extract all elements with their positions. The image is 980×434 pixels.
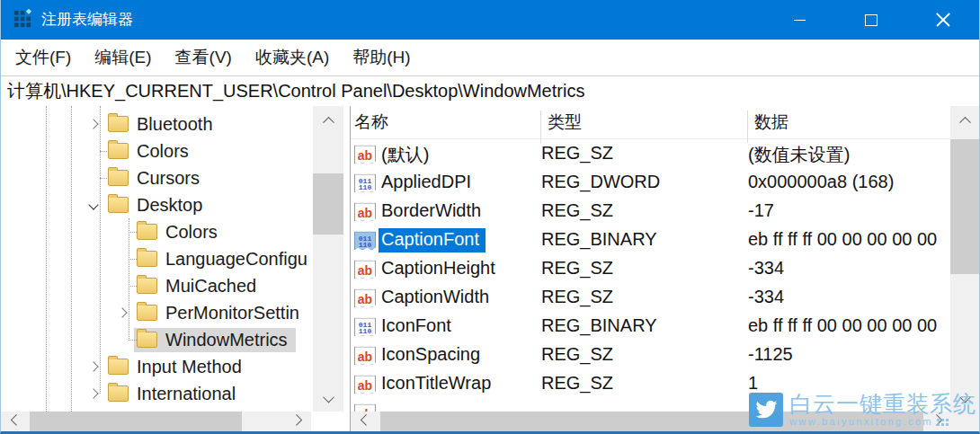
scrollbar-thumb[interactable] bbox=[313, 173, 343, 235]
folder-icon bbox=[137, 224, 157, 240]
list-vertical-scrollbar[interactable] bbox=[950, 106, 980, 412]
value-row-captionfont[interactable]: 011110 CaptionFont REG_BINARY eb ff ff f… bbox=[351, 226, 950, 255]
watermark-title: 白云一键重装系统 bbox=[789, 392, 976, 415]
scroll-left-icon[interactable] bbox=[1, 412, 30, 431]
tree-item-desktop[interactable]: Desktop bbox=[1, 191, 351, 218]
window-title: 注册表编辑器 bbox=[41, 0, 133, 40]
chevron-right-icon[interactable] bbox=[85, 111, 102, 137]
folder-icon bbox=[108, 385, 129, 402]
value-name[interactable]: IconFont bbox=[381, 315, 451, 336]
chevron-right-icon[interactable] bbox=[85, 380, 102, 407]
column-divider[interactable] bbox=[540, 111, 541, 143]
tree-item-windowmetrics[interactable]: WindowMetrics bbox=[1, 326, 351, 353]
tree-item-label: Cursors bbox=[137, 168, 200, 189]
tree-item-cursors[interactable]: Cursors bbox=[1, 164, 351, 191]
scrollbar-thumb[interactable] bbox=[30, 412, 242, 431]
column-divider[interactable] bbox=[747, 111, 748, 143]
column-header-data[interactable]: 数据 bbox=[754, 111, 788, 134]
value-name[interactable]: IconSpacing bbox=[381, 344, 480, 365]
tree-item-desktop-colors[interactable]: Colors bbox=[1, 218, 351, 245]
value-name[interactable]: CaptionWidth bbox=[381, 287, 489, 307]
folder-icon bbox=[108, 359, 129, 375]
tree-item-colors[interactable]: Colors bbox=[1, 137, 351, 164]
value-data: eb ff ff ff 00 00 00 00 00 bbox=[748, 229, 937, 250]
string-value-icon: ab bbox=[354, 203, 376, 222]
tree-connector bbox=[129, 232, 137, 233]
registry-editor-window: 注册表编辑器 文件(F) 编辑(E) 查看(V) 收藏夹(A) 帮助(H) 计算… bbox=[0, 0, 980, 434]
twitter-bird-icon bbox=[749, 393, 783, 427]
value-name[interactable]: (默认) bbox=[381, 143, 429, 167]
tree-item-bluetooth[interactable]: Bluetooth bbox=[1, 111, 351, 137]
string-value-icon: ab bbox=[354, 146, 376, 164]
value-row-iconspacing[interactable]: ab IconSpacing REG_SZ -1125 bbox=[351, 341, 950, 370]
column-header-type[interactable]: 类型 bbox=[548, 111, 582, 134]
tree-connector bbox=[129, 259, 137, 260]
folder-icon bbox=[137, 278, 157, 294]
value-name[interactable]: CaptionFont bbox=[379, 228, 486, 252]
maximize-button[interactable] bbox=[835, 0, 907, 40]
scrollbar-thumb[interactable] bbox=[950, 139, 980, 274]
grid-icon bbox=[937, 419, 940, 421]
scroll-down-icon[interactable] bbox=[313, 385, 343, 412]
tree-item-international[interactable]: International bbox=[1, 380, 351, 407]
value-row-borderwidth[interactable]: ab BorderWidth REG_SZ -17 bbox=[351, 198, 950, 226]
column-header-name[interactable]: 名称 bbox=[354, 111, 388, 134]
value-data: (数值未设置) bbox=[748, 143, 850, 167]
value-data: 1 bbox=[748, 373, 758, 394]
tree-item-label: Input Method bbox=[137, 357, 242, 377]
folder-icon bbox=[137, 305, 157, 321]
value-data: -1125 bbox=[748, 344, 793, 365]
value-row-default[interactable]: ab (默认) REG_SZ (数值未设置) bbox=[351, 140, 950, 169]
binary-value-icon: 011110 bbox=[354, 174, 376, 193]
tree-item-label: WindowMetrics bbox=[165, 330, 288, 350]
minimize-button[interactable] bbox=[763, 0, 835, 40]
scroll-up-icon[interactable] bbox=[313, 106, 343, 133]
registry-path[interactable]: 计算机\HKEY_CURRENT_USER\Control Panel\Desk… bbox=[1, 79, 584, 103]
folder-icon bbox=[108, 143, 129, 159]
menu-help[interactable]: 帮助(H) bbox=[341, 40, 422, 75]
value-name[interactable]: AppliedDPI bbox=[381, 172, 471, 192]
close-button[interactable] bbox=[907, 0, 979, 40]
value-data: eb ff ff ff 00 00 00 00 00 bbox=[748, 315, 937, 336]
minimize-icon bbox=[794, 20, 806, 21]
binary-value-icon: 011110 bbox=[354, 232, 376, 251]
tree-vertical-scrollbar[interactable] bbox=[313, 106, 343, 412]
scroll-right-icon[interactable] bbox=[282, 412, 311, 431]
menu-edit[interactable]: 编辑(E) bbox=[83, 40, 163, 75]
value-name[interactable]: BorderWidth bbox=[381, 200, 481, 221]
value-row-iconfont[interactable]: 011110 IconFont REG_BINARY eb ff ff ff 0… bbox=[351, 313, 950, 341]
value-row-captionheight[interactable]: ab CaptionHeight REG_SZ -334 bbox=[351, 255, 950, 284]
tree-horizontal-scrollbar[interactable] bbox=[1, 412, 311, 431]
scroll-left-icon[interactable] bbox=[351, 412, 379, 431]
string-value-icon: ab bbox=[354, 289, 376, 308]
value-row-captionwidth[interactable]: ab CaptionWidth REG_SZ -334 bbox=[351, 284, 950, 313]
value-type: REG_BINARY bbox=[541, 229, 657, 250]
tree-item-permonitorsettings[interactable]: PerMonitorSettin bbox=[1, 299, 351, 326]
folder-icon bbox=[137, 251, 157, 267]
address-bar[interactable]: 计算机\HKEY_CURRENT_USER\Control Panel\Desk… bbox=[1, 76, 979, 107]
value-type: REG_SZ bbox=[541, 287, 613, 307]
chevron-right-icon[interactable] bbox=[85, 353, 102, 380]
values-list-pane: 名称 类型 数据 ab (默认) REG_SZ (数值未设置) 011110 A… bbox=[351, 106, 950, 412]
menu-file[interactable]: 文件(F) bbox=[4, 40, 83, 75]
value-name[interactable]: CaptionHeight bbox=[381, 258, 495, 279]
list-header: 名称 类型 数据 bbox=[351, 106, 950, 139]
tree-item-label: MuiCached bbox=[165, 276, 256, 297]
binary-value-icon: 011110 bbox=[354, 318, 376, 337]
tree-item-label: Colors bbox=[165, 222, 218, 243]
close-icon bbox=[935, 12, 951, 28]
scroll-up-icon[interactable] bbox=[950, 106, 980, 133]
value-row-applieddpi[interactable]: 011110 AppliedDPI REG_DWORD 0x000000a8 (… bbox=[351, 169, 950, 198]
menu-view[interactable]: 查看(V) bbox=[164, 40, 244, 75]
chevron-right-icon[interactable] bbox=[114, 299, 130, 326]
menu-favorites[interactable]: 收藏夹(A) bbox=[244, 40, 341, 75]
chevron-down-icon[interactable] bbox=[85, 191, 102, 218]
folder-icon bbox=[137, 332, 157, 348]
tree-connector bbox=[129, 340, 137, 341]
value-type: REG_BINARY bbox=[541, 315, 657, 336]
value-type: REG_SZ bbox=[541, 373, 613, 394]
tree-item-input-method[interactable]: Input Method bbox=[1, 353, 351, 380]
tree-item-muicached[interactable]: MuiCached bbox=[1, 272, 351, 299]
tree-item-languageconfiguration[interactable]: LanguageConfigu bbox=[1, 245, 351, 272]
value-name[interactable]: IconTitleWrap bbox=[381, 373, 491, 394]
